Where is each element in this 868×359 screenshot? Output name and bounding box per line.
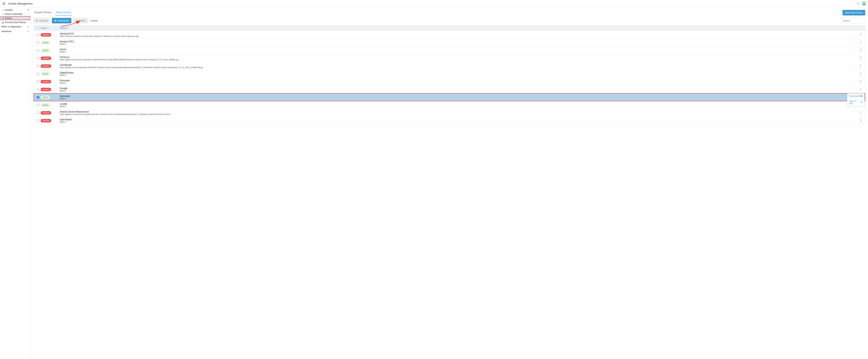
select-all-checkbox[interactable] <box>37 27 39 29</box>
row-kebab-icon[interactable] <box>859 33 863 37</box>
row-checkbox[interactable] <box>37 34 39 36</box>
tab-cluster-drivers[interactable]: Cluster Drivers <box>33 10 52 15</box>
driver-sub: Built-In <box>60 90 858 92</box>
column-header-name[interactable]: Name <box>60 27 69 30</box>
column-header-state[interactable]: State <box>41 27 60 30</box>
row-kebab-icon[interactable] <box>859 119 863 123</box>
svg-rect-7 <box>865 2 866 3</box>
row-checkbox[interactable] <box>37 65 39 67</box>
folder-icon <box>2 22 4 23</box>
row-kebab-icon[interactable] <box>859 80 863 84</box>
table-row[interactable]: ActiveAmazon EC2Built-In <box>34 39 865 46</box>
topbar-kebab-icon[interactable] <box>856 2 860 5</box>
row-checkbox[interactable] <box>37 80 39 83</box>
table-row[interactable]: InactiveOracle Cloud Infrastructurehttps… <box>34 109 865 117</box>
row-context-menu: Deactivate View in API <box>847 93 865 106</box>
driver-sub: https://github.com/rancher-plugins/ranch… <box>60 113 858 116</box>
row-checkbox[interactable] <box>37 49 39 52</box>
svg-rect-10 <box>864 4 865 5</box>
row-checkbox[interactable] <box>37 88 39 91</box>
row-kebab-icon[interactable] <box>859 72 863 76</box>
table-row[interactable]: InactiveGoogleBuilt-In <box>34 86 865 93</box>
svg-rect-53 <box>861 95 861 97</box>
sidebar-item-label: Pod Security Policies <box>5 21 26 24</box>
pause-icon <box>860 95 863 97</box>
table-row[interactable]: ActiveAzureBuilt-In <box>34 46 865 54</box>
driver-name: Amazon EC2 <box>60 40 858 43</box>
drivers-table: State Name InactiveAlicloud ECShttps://d… <box>33 25 865 125</box>
table-row[interactable]: ActiveHarvesterBuilt-In <box>34 93 865 101</box>
row-checkbox[interactable] <box>37 96 39 99</box>
driver-sub: https://github.com/cloud-ca/docker-machi… <box>60 59 858 61</box>
table-row[interactable]: ActiveDigitalOceanBuilt-In <box>34 70 865 78</box>
table-row[interactable]: InactiveAlicloud ECShttps://drivers.ranc… <box>34 31 865 39</box>
ctx-view-in-api[interactable]: View in API <box>847 99 864 106</box>
hamburger-icon[interactable] <box>2 2 6 6</box>
sidebar-item-drivers[interactable]: Drivers <box>1 16 30 20</box>
button-label: Delete <box>79 19 86 22</box>
table-row[interactable]: ActiveLinodeBuilt-In <box>34 101 865 109</box>
row-checkbox[interactable] <box>37 57 39 60</box>
button-label: Activate <box>39 19 48 22</box>
driver-name: Harvester <box>60 95 858 97</box>
sidebar-item-pod-security-policies[interactable]: Pod Security Policies <box>0 20 31 24</box>
svg-rect-11 <box>865 4 866 5</box>
svg-point-52 <box>860 121 861 122</box>
row-kebab-icon[interactable] <box>859 56 863 60</box>
row-checkbox[interactable] <box>37 41 39 44</box>
state-badge: Inactive <box>41 64 51 68</box>
svg-point-22 <box>860 43 861 44</box>
sidebar-item-clusters[interactable]: Clusters 4 <box>0 8 31 12</box>
tab-node-drivers[interactable]: Node Drivers <box>55 10 72 15</box>
table-row[interactable]: InactiveOpenStackBuilt-In <box>34 117 865 125</box>
row-kebab-icon[interactable] <box>859 64 863 68</box>
svg-point-4 <box>858 3 858 3</box>
table-row[interactable]: InactiveCloudscalehttps://github.com/clo… <box>34 62 865 70</box>
deactivate-button[interactable]: Deactivate <box>52 18 71 24</box>
driver-name: Alicloud ECS <box>60 32 858 35</box>
main-content: Cluster Drivers Node Drivers Add Node Dr… <box>31 7 868 359</box>
state-badge: Inactive <box>41 80 51 84</box>
row-checkbox[interactable] <box>37 120 39 122</box>
state-badge: Inactive <box>41 33 51 37</box>
state-badge: Active <box>41 72 50 76</box>
svg-point-51 <box>860 120 861 121</box>
row-kebab-icon[interactable] <box>859 88 863 92</box>
chevron-down-icon <box>27 30 29 33</box>
svg-point-3 <box>858 2 858 3</box>
play-icon <box>36 20 38 22</box>
sidebar-group-advanced[interactable]: Advanced <box>0 29 31 34</box>
search-input[interactable] <box>841 18 865 24</box>
row-checkbox[interactable] <box>37 104 39 106</box>
add-node-driver-button[interactable]: Add Node Driver <box>842 10 865 15</box>
svg-rect-15 <box>55 20 55 22</box>
sidebar-group-rke1[interactable]: RKE1 Configuration <box>0 24 31 29</box>
sidebar-item-label: Cloud Credentials <box>4 13 22 15</box>
svg-point-12 <box>2 9 3 10</box>
external-link-icon <box>860 101 863 103</box>
svg-point-33 <box>860 73 861 74</box>
row-kebab-icon[interactable] <box>859 41 863 45</box>
row-kebab-icon[interactable] <box>859 111 863 115</box>
driver-sub: Built-In <box>60 82 858 84</box>
row-checkbox[interactable] <box>37 73 39 75</box>
svg-point-36 <box>860 81 861 82</box>
delete-button[interactable]: Delete <box>73 18 88 24</box>
sidebar-item-cloud-credentials[interactable]: Cloud Credentials <box>0 12 31 16</box>
circle-icon <box>2 9 3 11</box>
svg-point-25 <box>860 51 861 52</box>
driver-sub: Built-In <box>60 74 858 76</box>
svg-point-37 <box>860 82 861 83</box>
row-checkbox[interactable] <box>37 112 39 114</box>
driver-name: OpenStack <box>60 118 858 121</box>
ctx-deactivate[interactable]: Deactivate <box>847 94 864 99</box>
brand-logo[interactable] <box>862 1 866 6</box>
table-row[interactable]: InactiveCloud.cahttps://github.com/cloud… <box>34 54 865 62</box>
row-kebab-icon[interactable] <box>859 48 863 53</box>
state-badge: Active <box>41 41 50 44</box>
svg-point-35 <box>860 80 861 80</box>
state-badge: Inactive <box>41 88 51 91</box>
sidebar-group-label: RKE1 Configuration <box>1 25 21 28</box>
activate-button[interactable]: Activate <box>33 18 50 24</box>
table-row[interactable]: InactiveExoscaleBuilt-In <box>34 78 865 86</box>
